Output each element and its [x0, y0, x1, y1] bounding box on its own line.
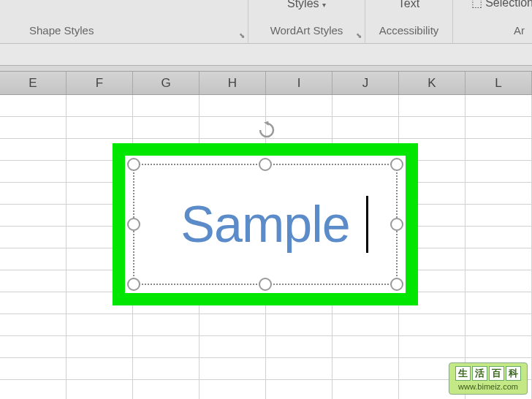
grid-cell[interactable] — [399, 336, 466, 358]
shape-styles-group-label: Shape Styles — [29, 24, 94, 41]
grid-cell[interactable] — [0, 336, 66, 358]
col-header-I[interactable]: I — [266, 72, 332, 94]
column-headers: E F G H I J K L — [0, 72, 532, 95]
grid-cell[interactable] — [0, 95, 66, 117]
dialog-launcher-icon[interactable]: ⬊ — [356, 31, 362, 39]
grid-cell[interactable] — [332, 336, 399, 358]
grid-cell[interactable] — [200, 358, 266, 380]
grid-cell[interactable] — [466, 314, 532, 336]
grid-cell[interactable] — [332, 95, 399, 117]
resize-handle-br[interactable] — [390, 278, 403, 291]
grid-cell[interactable] — [332, 358, 399, 380]
grid-cell[interactable] — [0, 380, 66, 399]
grid-cell[interactable] — [0, 248, 66, 270]
alt-text-label: Text — [398, 0, 419, 10]
grid-cell[interactable] — [0, 292, 66, 314]
resize-handle-mr[interactable] — [390, 218, 403, 231]
grid-cell[interactable] — [466, 336, 532, 358]
watermark-url: www.bimeiz.com — [458, 382, 518, 391]
grid-cell[interactable] — [466, 95, 532, 117]
wm-char: 生 — [455, 366, 471, 381]
dialog-launcher-icon[interactable]: ⬊ — [239, 31, 245, 39]
ribbon-group-wordart-styles: Styles ▾ WordArt Styles ⬊ — [248, 0, 365, 44]
grid-cell[interactable] — [466, 117, 532, 139]
ribbon-group-accessibility: Alt Text Text Accessibility — [365, 0, 453, 44]
selection-pane-button[interactable]: ⬚ Selection — [471, 0, 532, 9]
grid-cell[interactable] — [0, 139, 66, 161]
grid-cell[interactable] — [0, 117, 66, 139]
wm-char: 科 — [506, 366, 521, 381]
grid-cell[interactable] — [0, 358, 66, 380]
grid-cell[interactable] — [466, 227, 532, 248]
col-header-F[interactable]: F — [66, 72, 133, 94]
grid-cell[interactable] — [200, 117, 266, 139]
grid-cell[interactable] — [466, 183, 532, 205]
grid-cell[interactable] — [0, 183, 66, 205]
grid-cell[interactable] — [200, 336, 266, 358]
text-cursor — [366, 196, 368, 253]
resize-handle-tm[interactable] — [259, 158, 272, 171]
grid-cell[interactable] — [0, 270, 66, 292]
grid-cell[interactable] — [466, 248, 532, 270]
grid-cell[interactable] — [66, 336, 133, 358]
ribbon: Shape Styles ⬊ Styles ▾ WordArt Styles ⬊… — [0, 0, 532, 44]
resize-handle-bm[interactable] — [259, 278, 272, 291]
grid-cell[interactable] — [0, 314, 66, 336]
grid-cell[interactable] — [133, 358, 200, 380]
textbox-selection-border[interactable]: Sample — [133, 164, 398, 285]
grid-cell[interactable] — [399, 95, 466, 117]
grid-cell[interactable] — [66, 95, 133, 117]
grid-cell[interactable] — [66, 380, 133, 399]
col-header-G[interactable]: G — [133, 72, 200, 94]
grid-cell[interactable] — [133, 117, 200, 139]
grid-cell[interactable] — [466, 270, 532, 292]
col-header-J[interactable]: J — [332, 72, 399, 94]
textbox[interactable]: Sample — [125, 156, 406, 293]
resize-handle-ml[interactable] — [127, 218, 140, 231]
grid-cell[interactable] — [66, 314, 133, 336]
grid-cell[interactable] — [466, 205, 532, 227]
grid-cell[interactable] — [0, 161, 66, 183]
col-header-H[interactable]: H — [200, 72, 266, 94]
styles-dropdown[interactable]: Styles ▾ — [287, 0, 326, 10]
grid-cell[interactable] — [332, 380, 399, 399]
resize-handle-tr[interactable] — [390, 158, 403, 171]
rotation-handle-icon[interactable] — [257, 121, 276, 142]
grid-cell[interactable] — [66, 358, 133, 380]
grid-cell[interactable] — [266, 336, 332, 358]
grid-cell[interactable] — [266, 380, 332, 399]
grid-cell[interactable] — [0, 205, 66, 227]
grid-cell[interactable] — [466, 292, 532, 314]
grid-cell[interactable] — [133, 380, 200, 399]
grid-cell[interactable] — [266, 358, 332, 380]
grid-cell[interactable] — [466, 139, 532, 161]
grid-cell[interactable] — [200, 380, 266, 399]
arrange-group-label: Ar — [514, 24, 525, 41]
highlight-frame: Sample — [113, 143, 418, 305]
grid-cell[interactable] — [466, 161, 532, 183]
grid-cell[interactable] — [332, 314, 399, 336]
grid-cell[interactable] — [332, 117, 399, 139]
grid-cell[interactable] — [266, 95, 332, 117]
grid-row — [0, 95, 532, 117]
grid-cell[interactable] — [133, 95, 200, 117]
grid-cell[interactable] — [66, 117, 133, 139]
col-header-E[interactable]: E — [0, 72, 66, 94]
ribbon-group-shape-styles: Shape Styles ⬊ — [0, 0, 248, 44]
grid-cell[interactable] — [0, 227, 66, 248]
grid-cell[interactable] — [133, 336, 200, 358]
grid-cell[interactable] — [133, 314, 200, 336]
grid-cell[interactable] — [200, 95, 266, 117]
grid-cell[interactable] — [399, 314, 466, 336]
grid-cell[interactable] — [399, 117, 466, 139]
col-header-K[interactable]: K — [399, 72, 466, 94]
chevron-down-icon: ▾ — [322, 1, 326, 9]
grid-cell[interactable] — [200, 314, 266, 336]
textbox-content[interactable]: Sample — [180, 195, 349, 254]
resize-handle-bl[interactable] — [127, 278, 140, 291]
col-header-L[interactable]: L — [466, 72, 532, 94]
resize-handle-tl[interactable] — [127, 158, 140, 171]
watermark-title: 生 活 百 科 — [455, 366, 521, 381]
accessibility-group-label: Accessibility — [379, 24, 439, 41]
grid-cell[interactable] — [266, 314, 332, 336]
